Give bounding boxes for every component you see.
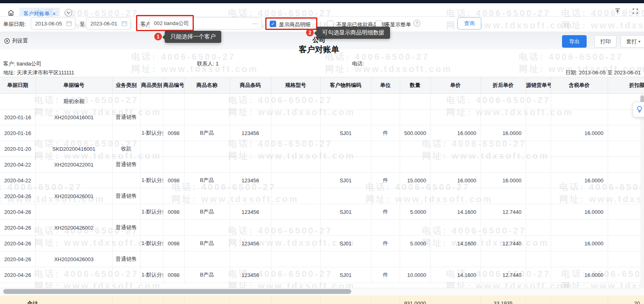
vertical-scrollbar-track[interactable] [640,94,644,288]
query-button[interactable]: 查询 [457,17,481,30]
column-header[interactable]: 源销货单号 [526,77,551,94]
table-row[interactable]: 2020-04-26XH20200426003普通销售 [0,251,644,267]
help-icon[interactable]: ? [413,20,420,27]
table-cell: 普通销售 [112,157,140,173]
summary-cell [163,296,184,304]
fullscreen-icon[interactable] [632,8,638,14]
table-cell: 1-默认分类 [140,236,163,251]
table-row[interactable]: 2020-04-26XH20200426001普通销售 [0,188,644,204]
table-cell [36,125,112,141]
date-from-input[interactable]: 2013-06-05 [31,17,76,30]
table-row[interactable]: 期初余额 [0,94,644,110]
table-cell [271,125,320,141]
table-row[interactable]: 2020-04-22XH20200422001普通销售 [0,157,644,173]
table-row[interactable]: 2020-04-261-默认分类0098B产品123456SJ01件10.000… [0,267,644,283]
table-cell [320,94,371,110]
table-cell [184,251,230,267]
column-header[interactable]: 单据编号 [36,77,112,94]
lightbulb-icon [636,106,643,114]
table-cell: SJ01 [320,204,371,220]
table-cell [271,267,320,283]
column-header[interactable]: 业务类别 [112,77,140,94]
column-header[interactable]: 规格型号 [271,77,320,94]
column-header[interactable]: 客户物料编码 [320,77,371,94]
more-icon[interactable]: ⋯ [252,20,258,27]
column-header[interactable]: 商品编号 [163,77,184,94]
table-cell [271,110,320,125]
table-row[interactable]: 2020-01-20SKD20200416001收款 [0,141,644,157]
column-header[interactable]: 单位 [371,77,400,94]
table-cell [184,220,230,236]
table-cell: 16.0000 [480,125,526,141]
hide-whole-checkbox[interactable] [375,21,382,27]
report-address: 地址: 天津天津市和平区111111 [3,69,74,76]
column-header[interactable]: 商品类别 [140,77,163,94]
tab-list-dropdown[interactable] [65,9,72,17]
show-detail-checkbox[interactable]: ✓ [270,21,276,27]
collapse-top-icon[interactable] [615,8,621,14]
table-row[interactable]: 2020-04-261-默认分类0098B产品123456SJ01件5.0000… [0,204,644,220]
column-header[interactable]: 折扣额 [608,77,644,94]
table-cell: 2020-04-26 [0,236,36,251]
summary-cell: 33.1935 [480,296,526,304]
column-header[interactable]: 含税单价 [551,77,608,94]
table-cell: SJ01 [320,125,371,141]
table-cell [430,220,480,236]
table-cell [551,141,608,157]
table-cell [400,251,430,267]
export-button[interactable]: 导出 [562,35,587,48]
customer-input[interactable]: 002 tianda公司 ⋯ [149,17,262,30]
table-cell [480,141,526,157]
table-row[interactable]: 2020-01-161-默认分类0098B产品123456SJ01件500.00… [0,125,644,141]
column-settings-button[interactable]: 列设置 [4,37,28,44]
table-cell [36,204,112,220]
table-cell [551,251,608,267]
table-row[interactable]: 2020-04-261-默认分类0098B产品123456SJ01件5.0000… [0,236,644,251]
table-cell [526,141,551,157]
summary-cell [112,296,140,304]
column-header[interactable]: 折后单价 [480,77,526,94]
report-customer: 客户: tianda公司 [3,60,42,68]
tab-close-icon[interactable]: × [52,11,56,17]
summary-cell [320,296,371,304]
column-header[interactable]: 商品名称 [184,77,230,94]
hide-received-checkbox[interactable] [327,21,334,27]
column-header[interactable]: 商品条码 [230,77,271,94]
column-header[interactable]: 单价 [430,77,480,94]
table-cell [400,141,430,157]
table-cell: 123456 [230,125,271,141]
header-row: 单据日期单据编号业务类别商品类别商品编号商品名称商品条码规格型号客户物料编码单位… [0,77,644,94]
column-header[interactable]: 数量 [400,77,430,94]
table-cell [163,251,184,267]
table-cell [608,141,644,157]
table-cell [371,110,400,125]
column-header[interactable]: 单据日期 [0,77,36,94]
show-detail-label[interactable]: 显示商品明细 [279,21,310,28]
table-cell: 2020-04-26 [0,251,36,267]
table-cell [526,173,551,188]
horizontal-scrollbar-thumb[interactable] [3,289,351,294]
table-row[interactable]: 2020-04-26XH20200426002普通销售 [0,220,644,236]
table-cell: 123456 [230,204,271,220]
table-cell [551,188,608,204]
table-cell: 收款 [112,141,140,157]
table-cell [430,251,480,267]
summary-label-cell: 合计 [0,296,112,304]
stencil-print-button[interactable]: 套打 ▾ [621,35,644,48]
table-row[interactable]: 2020-04-221-默认分类0098B产品123456SJ01件15.000… [0,173,644,188]
table-cell: 14.1600 [430,236,480,251]
table-cell [184,188,230,204]
table-cell: 16.0000 [551,173,608,188]
date-to-input[interactable]: 2023-06-01 [86,17,131,30]
table-cell [271,157,320,173]
table-cell: 12.7440 [480,204,526,220]
table-cell [371,141,400,157]
table-cell [36,236,112,251]
print-button[interactable]: 打印 [594,35,617,48]
table-row[interactable]: 2020-01-16XH20200416001普通销售 [0,110,644,125]
table-cell [551,157,608,173]
table-cell [430,141,480,157]
assistant-widget[interactable] [633,102,644,117]
window-icons [615,8,638,14]
table-cell [271,188,320,204]
